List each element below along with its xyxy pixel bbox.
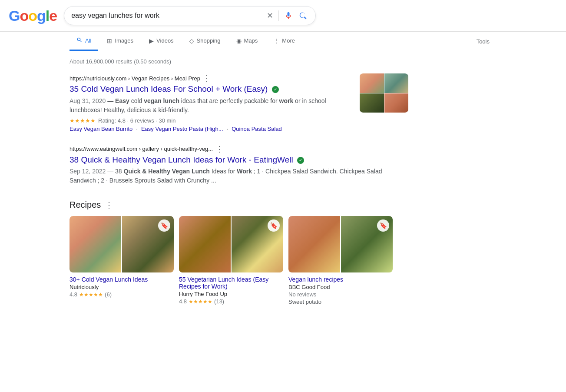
result-url-1: https://nutriciously.com › Vegan Recipes…: [70, 73, 353, 83]
result-url-2: https://www.eatingwell.com › gallery › q…: [70, 144, 408, 154]
tools-tab[interactable]: Tools: [470, 33, 496, 50]
header: Google easy vegan lunches for work ✕: [0, 0, 566, 32]
tab-maps-label: Maps: [244, 37, 258, 44]
tab-shopping[interactable]: ◇ Shopping: [182, 32, 228, 51]
recipe-img-1: 🔖: [70, 216, 174, 272]
search-bar: easy vegan lunches for work ✕: [64, 6, 316, 25]
verified-badge-2: ✓: [297, 157, 304, 164]
search-button[interactable]: [298, 10, 308, 21]
recipe-card-2[interactable]: 🔖 55 Vegetarian Lunch Ideas (Easy Recipe…: [179, 216, 283, 309]
tab-shopping-label: Shopping: [197, 37, 221, 44]
result-content-1: https://nutriciously.com › Vegan Recipes…: [70, 73, 353, 132]
recipes-grid: 🔖 30+ Cold Vegan Lunch Ideas Nutriciousl…: [70, 216, 408, 309]
tab-all[interactable]: All: [70, 32, 98, 51]
recipe-name-2[interactable]: 55 Vegetarian Lunch Ideas (Easy Recipes …: [179, 276, 283, 290]
recipe-card-3[interactable]: 🔖 Vegan lunch recipes BBC Good Food No r…: [288, 216, 393, 309]
sitelink-1-1[interactable]: Easy Vegan Bean Burrito: [70, 126, 132, 132]
tab-all-label: All: [85, 37, 91, 44]
recipe-img-cell-1-1: [70, 216, 121, 272]
result-content-2: https://www.eatingwell.com › gallery › q…: [70, 144, 408, 188]
more-icon: ⋮: [273, 37, 279, 44]
sitelink-1-2[interactable]: Easy Vegan Pesto Pasta (High...: [141, 126, 223, 132]
recipe-img-2: 🔖: [179, 216, 283, 272]
recipes-header: Recipes ⋮: [70, 200, 408, 210]
verified-badge-1: ✓: [272, 86, 279, 93]
result-url-text-2: https://www.eatingwell.com › gallery › q…: [70, 146, 213, 152]
tab-more-label: More: [282, 37, 295, 44]
result-thumbnail-1: [360, 73, 408, 113]
recipe-info-2: 55 Vegetarian Lunch Ideas (Easy Recipes …: [179, 272, 283, 308]
recipe-img-cell-2-1: [179, 216, 231, 272]
all-icon: [76, 37, 83, 44]
result-title-2[interactable]: 38 Quick & Healthy Vegan Lunch Ideas for…: [70, 155, 408, 166]
search-result-2: https://www.eatingwell.com › gallery › q…: [70, 144, 408, 188]
tab-images[interactable]: ⊞ Images: [100, 32, 140, 51]
tools-label: Tools: [477, 38, 490, 45]
voice-search-button[interactable]: [283, 10, 294, 21]
recipe-detail-3: Sweet potato: [288, 299, 393, 305]
recipe-stars-2: ★★★★★: [189, 299, 212, 305]
thumb-cell-3: [360, 93, 384, 113]
clear-button[interactable]: ✕: [266, 10, 274, 21]
result-snippet-1: Aug 31, 2020 — Easy cold vegan lunch ide…: [70, 96, 353, 115]
recipe-card-1[interactable]: 🔖 30+ Cold Vegan Lunch Ideas Nutriciousl…: [70, 216, 174, 309]
result-rating-1: ★★★★★ Rating: 4.8 · 6 reviews · 30 min: [70, 117, 353, 124]
result-options-2[interactable]: ⋮: [215, 144, 223, 154]
recipes-section: Recipes ⋮ 🔖 30+ Cold Vegan Lunch Ideas N…: [70, 200, 408, 309]
recipe-source-1: Nutriciously: [70, 284, 174, 290]
result-sitelinks-1: Easy Vegan Bean Burrito · Easy Vegan Pes…: [70, 126, 353, 132]
maps-icon: ◉: [236, 37, 242, 44]
google-logo: Google: [9, 7, 57, 24]
sitelink-1-3[interactable]: Quinoa Pasta Salad: [232, 126, 282, 132]
thumb-cell-4: [384, 93, 409, 113]
recipes-title: Recipes: [70, 200, 101, 210]
thumb-cell-1: [360, 73, 384, 93]
result-url-text-1: https://nutriciously.com › Vegan Recipes…: [70, 75, 200, 82]
recipes-options[interactable]: ⋮: [105, 200, 113, 210]
tab-videos-label: Videos: [156, 37, 174, 44]
result-options-1[interactable]: ⋮: [203, 73, 211, 83]
search-input[interactable]: easy vegan lunches for work: [71, 12, 261, 20]
tab-more[interactable]: ⋮ More: [266, 32, 302, 51]
result-title-1[interactable]: 35 Cold Vegan Lunch Ideas For School + W…: [70, 84, 353, 95]
result-count: About 16,900,000 results (0.50 seconds): [70, 58, 408, 65]
recipe-name-3[interactable]: Vegan lunch recipes: [288, 276, 393, 283]
rating-text-1: Rating: 4.8 · 6 reviews · 30 min: [98, 117, 176, 124]
recipe-img-cell-3-1: [288, 216, 340, 272]
recipe-rating-1: 4.8 ★★★★★ (6): [70, 291, 174, 298]
stars-1: ★★★★★: [70, 117, 96, 124]
recipe-source-3: BBC Good Food: [288, 284, 393, 290]
shopping-icon: ◇: [189, 37, 194, 44]
recipe-info-3: Vegan lunch recipes BBC Good Food No rev…: [288, 272, 393, 309]
recipe-reviews-3: No reviews: [288, 291, 393, 298]
tab-videos[interactable]: ▶ Videos: [142, 32, 181, 51]
recipe-rating-2: 4.8 ★★★★★ (13): [179, 298, 283, 305]
main-content: About 16,900,000 results (0.50 seconds) …: [0, 51, 478, 316]
recipe-info-1: 30+ Cold Vegan Lunch Ideas Nutriciously …: [70, 272, 174, 301]
nav-tabs: All ⊞ Images ▶ Videos ◇ Shopping ◉ Maps …: [0, 32, 566, 51]
tab-images-label: Images: [115, 37, 133, 44]
result-snippet-2: Sep 12, 2022 — 38 Quick & Healthy Vegan …: [70, 167, 408, 185]
tab-maps[interactable]: ◉ Maps: [229, 32, 265, 51]
videos-icon: ▶: [149, 37, 154, 44]
search-result-1: https://nutriciously.com › Vegan Recipes…: [70, 73, 408, 132]
recipe-stars-1: ★★★★★: [79, 292, 103, 298]
recipe-img-3: 🔖: [288, 216, 393, 272]
thumb-cell-2: [384, 73, 409, 93]
recipe-source-2: Hurry The Food Up: [179, 291, 283, 297]
images-icon: ⊞: [107, 37, 112, 44]
recipe-name-1[interactable]: 30+ Cold Vegan Lunch Ideas: [70, 276, 174, 283]
